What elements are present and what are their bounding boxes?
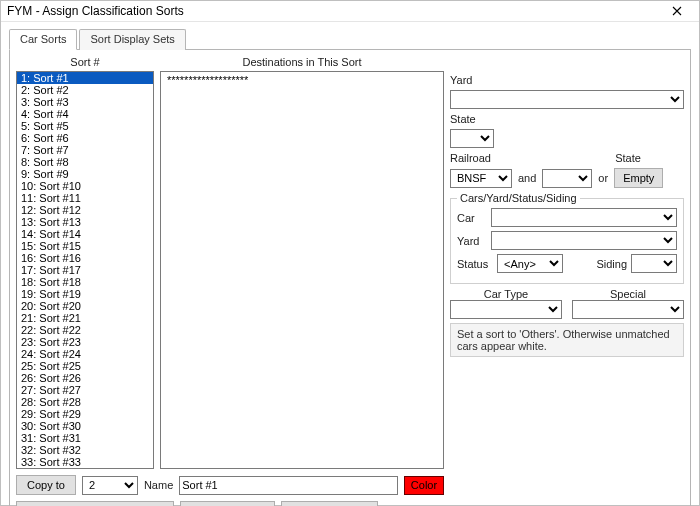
hint-text: Set a sort to 'Others'. Otherwise unmatc…: [450, 323, 684, 357]
list-item[interactable]: 11: Sort #11: [17, 192, 153, 204]
filters-column: Yard State Railroad State: [450, 56, 684, 469]
list-item[interactable]: 26: Sort #26: [17, 372, 153, 384]
sort-number-header: Sort #: [16, 56, 154, 71]
columns: Sort # 1: Sort #12: Sort #23: Sort #34: …: [16, 56, 684, 469]
list-item[interactable]: 27: Sort #27: [17, 384, 153, 396]
destinations-line: *******************: [167, 74, 437, 87]
close-icon: [672, 6, 682, 16]
destinations-listbox[interactable]: *******************: [160, 71, 444, 469]
yard2-select[interactable]: [491, 231, 677, 250]
yard-select[interactable]: [450, 90, 684, 109]
cartype-select[interactable]: [450, 300, 562, 319]
window: FYM - Assign Classification Sorts Car So…: [0, 0, 700, 506]
railroad-state-label: State: [572, 152, 684, 164]
list-item[interactable]: 20: Sort #20: [17, 300, 153, 312]
state-label: State: [450, 113, 684, 125]
status-label: Status: [457, 258, 493, 270]
tab-car-sorts[interactable]: Car Sorts: [9, 29, 77, 50]
list-item[interactable]: 21: Sort #21: [17, 312, 153, 324]
railroad-label: Railroad: [450, 152, 562, 164]
empty-button[interactable]: Empty: [614, 168, 663, 188]
list-item[interactable]: 28: Sort #28: [17, 396, 153, 408]
siding-select[interactable]: [631, 254, 677, 273]
list-item[interactable]: 7: Sort #7: [17, 144, 153, 156]
railroad-state-select[interactable]: [542, 169, 592, 188]
list-item[interactable]: 32: Sort #32: [17, 444, 153, 456]
list-item[interactable]: 24: Sort #24: [17, 348, 153, 360]
sort-listbox[interactable]: 1: Sort #12: Sort #23: Sort #34: Sort #4…: [16, 71, 154, 469]
tab-body: Sort # 1: Sort #12: Sort #23: Sort #34: …: [9, 50, 691, 506]
list-item[interactable]: 10: Sort #10: [17, 180, 153, 192]
window-title: FYM - Assign Classification Sorts: [7, 4, 661, 18]
state-select[interactable]: [450, 129, 494, 148]
copy-to-select[interactable]: 2: [82, 476, 138, 495]
list-item[interactable]: 13: Sort #13: [17, 216, 153, 228]
yard2-label: Yard: [457, 235, 487, 247]
list-item[interactable]: 25: Sort #25: [17, 360, 153, 372]
list-item[interactable]: 3: Sort #3: [17, 96, 153, 108]
list-item[interactable]: 30: Sort #30: [17, 420, 153, 432]
list-item[interactable]: 22: Sort #22: [17, 324, 153, 336]
car-select[interactable]: [491, 208, 677, 227]
delete-this-sort-button[interactable]: Delete this sort: [180, 501, 275, 506]
list-item[interactable]: 12: Sort #12: [17, 204, 153, 216]
list-item[interactable]: 6: Sort #6: [17, 132, 153, 144]
list-item[interactable]: 14: Sort #14: [17, 228, 153, 240]
list-item[interactable]: 2: Sort #2: [17, 84, 153, 96]
color-button[interactable]: Color: [404, 476, 444, 495]
railroad-select[interactable]: BNSF: [450, 169, 512, 188]
list-item[interactable]: 33: Sort #33: [17, 456, 153, 468]
delete-selected-destination-button[interactable]: Delete Selected Destination: [16, 501, 174, 506]
status-select[interactable]: <Any>: [497, 254, 563, 273]
list-item[interactable]: 19: Sort #19: [17, 288, 153, 300]
delete-all-sorts-button[interactable]: Delete All Sorts: [281, 501, 378, 506]
group-legend: Cars/Yard/Status/Siding: [457, 192, 580, 204]
special-label: Special: [572, 288, 684, 300]
yard-label: Yard: [450, 74, 684, 86]
destinations-header: Destinations in This Sort: [160, 56, 444, 71]
list-item[interactable]: 16: Sort #16: [17, 252, 153, 264]
list-item[interactable]: 15: Sort #15: [17, 240, 153, 252]
list-item[interactable]: 18: Sort #18: [17, 276, 153, 288]
titlebar: FYM - Assign Classification Sorts: [1, 1, 699, 22]
tab-sort-display-sets[interactable]: Sort Display Sets: [79, 29, 185, 50]
bottom-row-2: Delete Selected Destination Delete this …: [16, 501, 684, 506]
copy-to-button[interactable]: Copy to: [16, 475, 76, 495]
tabstrip: Car Sorts Sort Display Sets: [9, 28, 691, 50]
or-label: or: [598, 172, 608, 184]
list-item[interactable]: 4: Sort #4: [17, 108, 153, 120]
sort-list-column: Sort # 1: Sort #12: Sort #23: Sort #34: …: [16, 56, 154, 469]
list-item[interactable]: 9: Sort #9: [17, 168, 153, 180]
list-item[interactable]: 5: Sort #5: [17, 120, 153, 132]
cars-yard-status-siding-group: Cars/Yard/Status/Siding Car Yard Status: [450, 192, 684, 284]
list-item[interactable]: 31: Sort #31: [17, 432, 153, 444]
list-item[interactable]: 8: Sort #8: [17, 156, 153, 168]
car-label: Car: [457, 212, 487, 224]
and-label: and: [518, 172, 536, 184]
name-label: Name: [144, 479, 173, 491]
destinations-column: Destinations in This Sort **************…: [160, 56, 444, 469]
bottom-row-1: Copy to 2 Name Color: [16, 475, 684, 495]
window-close-button[interactable]: [661, 1, 693, 21]
cartype-label: Car Type: [450, 288, 562, 300]
client-area: Car Sorts Sort Display Sets Sort # 1: So…: [1, 22, 699, 506]
list-item[interactable]: 23: Sort #23: [17, 336, 153, 348]
list-item[interactable]: 1: Sort #1: [17, 72, 153, 84]
special-select[interactable]: [572, 300, 684, 319]
name-input[interactable]: [179, 476, 398, 495]
list-item[interactable]: 29: Sort #29: [17, 408, 153, 420]
siding-label: Siding: [596, 258, 627, 270]
list-item[interactable]: 17: Sort #17: [17, 264, 153, 276]
